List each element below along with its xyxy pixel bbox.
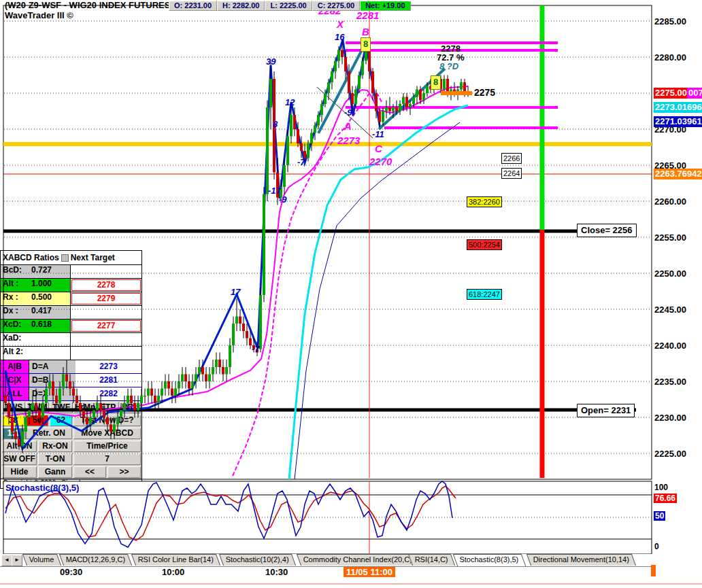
panel-button[interactable]: Alt-ON bbox=[2, 440, 37, 452]
trading-app-window: XABCD Ratios Next Target BcD:0.727 Alt :… bbox=[0, 0, 702, 588]
time-label: 09:30 bbox=[60, 567, 82, 577]
panel-button[interactable]: T-ON bbox=[38, 453, 72, 465]
tab-scroll-left-button[interactable]: ◄ bbox=[1, 555, 12, 566]
xabcd-select-button[interactable]: A|B bbox=[1, 360, 29, 373]
price-highlight-label: 2271.03961 bbox=[654, 116, 702, 127]
d-value: 2281 bbox=[76, 374, 141, 387]
study-tab[interactable]: Commodity Channel Index(20,C) bbox=[297, 554, 419, 566]
ratio-row: XaD: bbox=[1, 333, 141, 347]
wave-marker-badge: 8 bbox=[431, 75, 441, 90]
ratio-cell[interactable]: Alt 2: bbox=[1, 347, 71, 360]
panel-button[interactable]: 38 bbox=[2, 415, 24, 426]
panel-button[interactable]: Retr. ON bbox=[26, 428, 72, 439]
stoch-tick: 0 bbox=[654, 542, 659, 551]
chart-annotation: 2281 bbox=[356, 10, 379, 21]
target-cell bbox=[71, 347, 141, 360]
ratio-cell[interactable]: XaD: bbox=[1, 333, 71, 346]
price-tick: 2245.00 bbox=[654, 305, 686, 315]
panel-button[interactable]: Rx-ON bbox=[38, 440, 72, 452]
price-tick: 2240.00 bbox=[654, 341, 686, 351]
panel-button[interactable]: Time/Price bbox=[73, 440, 141, 452]
target-cell bbox=[71, 306, 141, 319]
ohlc-value: O: 2231.00 bbox=[169, 1, 217, 11]
ratio-row: Dx :0.417 bbox=[1, 306, 141, 319]
ratio-cell[interactable]: Dx :0.417 bbox=[1, 306, 71, 319]
chart-annotation: 2275 bbox=[474, 87, 495, 98]
target-cell bbox=[71, 333, 141, 346]
panel-button[interactable]: 1:1 bbox=[2, 428, 24, 439]
chart-annotation: 2273 bbox=[337, 135, 360, 146]
panel-button[interactable]: TWM bbox=[26, 402, 49, 413]
ratio-cell[interactable]: Rx :0.500 bbox=[1, 292, 71, 305]
chart-annotation: 72.7 % bbox=[437, 52, 464, 63]
panel-button[interactable]: FTP bbox=[97, 402, 119, 413]
time-label: 10:30 bbox=[265, 567, 288, 577]
xabcd-select-button[interactable]: ALL bbox=[1, 387, 29, 400]
d-row: C|X D=B 2281 bbox=[1, 374, 141, 387]
panel-toolbar-row: 1:1Retr. ONMove XABCD bbox=[1, 427, 141, 440]
net-change-badge: Net: +19.00 bbox=[360, 1, 410, 11]
price-highlight-label: 2263.76942 bbox=[654, 169, 702, 179]
ohlc-value: L: 2225.00 bbox=[265, 1, 312, 11]
study-tab[interactable]: RSI(14,C) bbox=[408, 554, 455, 566]
study-tab[interactable]: RSI Color Line Bar(14) bbox=[131, 554, 220, 566]
target-cell bbox=[71, 265, 141, 278]
chart-annotation: 12 bbox=[285, 97, 295, 107]
chart-annotation: -7 bbox=[252, 344, 260, 354]
target-cell: 2278 bbox=[71, 279, 141, 292]
study-tab[interactable]: Stochastic(10(2),4) bbox=[219, 554, 296, 566]
price-highlight-label: 2273.01696 bbox=[654, 102, 702, 113]
panel-button[interactable]: Test New D=? bbox=[73, 415, 141, 426]
price-level-label: 2264 bbox=[501, 168, 522, 179]
stoch-value-label: 76.66 bbox=[654, 494, 677, 503]
panel-button[interactable]: 7 bbox=[73, 453, 141, 465]
panel-button[interactable]: TWF bbox=[50, 402, 73, 413]
study-tab[interactable]: Stochastic(8(3),5) bbox=[453, 554, 526, 566]
next-target-title: Next Target bbox=[71, 253, 115, 262]
ratio-row: Alt 2: bbox=[1, 347, 141, 360]
panel-button[interactable]: Move XABCD bbox=[73, 428, 141, 439]
panel-button[interactable]: Gann bbox=[38, 466, 72, 478]
study-tab[interactable]: MACD(12,26,9,C) bbox=[59, 554, 133, 566]
ratio-row: Rx :0.500 2279 bbox=[1, 292, 141, 306]
chart-annotation: 2278 bbox=[441, 44, 461, 54]
price-tick: 2225.00 bbox=[654, 449, 686, 459]
panel-button[interactable]: << bbox=[73, 466, 106, 478]
price-highlight-label: 2275.00 bbox=[654, 88, 690, 99]
study-tab[interactable]: Volume bbox=[22, 554, 61, 566]
time-label: 10:00 bbox=[162, 567, 184, 577]
panel-button[interactable]: SW OFF bbox=[2, 453, 37, 465]
stochastic-title: Stochastic(8(3),5) bbox=[5, 483, 79, 493]
xabcd-select-button[interactable]: C|X bbox=[1, 374, 29, 387]
chart-annotation: -9 bbox=[344, 107, 352, 118]
price-tick: 2285.00 bbox=[654, 16, 686, 27]
d-row: A|B D=A 2273 bbox=[1, 360, 141, 374]
panel-button[interactable]: >> bbox=[107, 466, 141, 478]
xabcd-ratios-panel: XABCD Ratios Next Target BcD:0.727 Alt :… bbox=[0, 250, 142, 489]
panel-button[interactable]: BRL bbox=[120, 402, 141, 413]
panel-toolbar-row: TWSTWMTWFHrMnFTPBRL bbox=[1, 401, 141, 414]
panel-button[interactable]: 62 bbox=[50, 415, 72, 426]
panel-checkbox[interactable] bbox=[61, 254, 69, 262]
ratio-row: BcD:0.727 bbox=[1, 265, 141, 279]
panel-button[interactable]: Hide bbox=[2, 466, 37, 478]
panel-button[interactable]: 50 bbox=[26, 415, 48, 426]
d-label: D=X bbox=[29, 387, 76, 400]
chart-annotation: -11 bbox=[372, 129, 384, 139]
d-label: D=A bbox=[29, 360, 76, 373]
chart-annotation: 17 bbox=[231, 287, 240, 297]
ratio-cell[interactable]: Alt :1.000 bbox=[1, 279, 71, 292]
bottom-divider bbox=[0, 583, 702, 585]
d-row: ALL D=X 2282 bbox=[1, 387, 141, 401]
price-tick: 2280.00 bbox=[654, 52, 686, 63]
study-tab[interactable]: Directional Movement(10,14) bbox=[526, 554, 636, 566]
price-tick: 2255.00 bbox=[654, 232, 686, 243]
panel-button[interactable]: TWS bbox=[2, 402, 25, 413]
ratio-cell[interactable]: XcD:0.618 bbox=[1, 319, 71, 332]
ratio-cell[interactable]: BcD:0.727 bbox=[1, 265, 71, 278]
price-tick: 2230.00 bbox=[654, 413, 686, 423]
panel-button[interactable]: HrMn bbox=[73, 402, 97, 413]
tab-scroll-right-button[interactable]: ► bbox=[12, 555, 22, 566]
price-level-label: Close= 2256 bbox=[577, 224, 637, 237]
d-value: 2282 bbox=[76, 387, 141, 400]
